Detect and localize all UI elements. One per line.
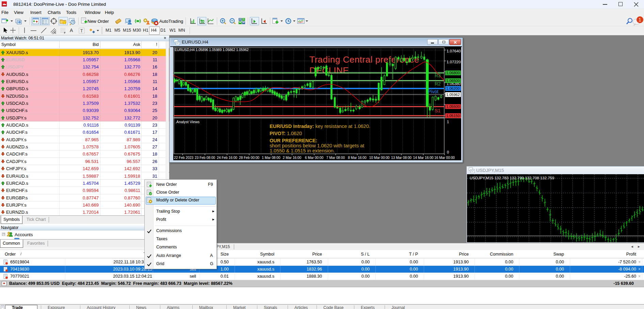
svg-text:Trading Central preference: Trading Central preference bbox=[309, 54, 419, 65]
svg-text:1.0550 & 1.0515 in extension.: 1.0550 & 1.0515 in extension. bbox=[270, 148, 335, 153]
svg-text:8 Mar 16:00: 8 Mar 16:00 bbox=[348, 156, 367, 160]
svg-text:.Analyst Views: .Analyst Views bbox=[175, 120, 200, 124]
svg-text:S1: S1 bbox=[435, 108, 440, 113]
svg-text:1.07220: 1.07220 bbox=[447, 60, 461, 64]
svg-text:F: F bbox=[64, 31, 66, 34]
svg-text:2 Mar 16:00: 2 Mar 16:00 bbox=[283, 156, 302, 160]
svg-text:14 Mar 16:00: 14 Mar 16:00 bbox=[413, 156, 433, 160]
svg-text:1: 1 bbox=[447, 120, 449, 124]
svg-text:0: 0 bbox=[447, 150, 449, 154]
svg-text:T: T bbox=[80, 29, 83, 33]
svg-text:6 Mar 00:00: 6 Mar 00:00 bbox=[305, 156, 324, 160]
svg-text:EURUSD,H4 1.05896 1.05989 1.0: EURUSD,H4 1.05896 1.05989 1.05862 1.0596… bbox=[175, 48, 249, 52]
svg-text:23 Feb 08:00: 23 Feb 08:00 bbox=[195, 156, 215, 160]
svg-text:1.07640: 1.07640 bbox=[447, 49, 461, 53]
svg-text:1: 1 bbox=[639, 17, 641, 22]
svg-text:R2: R2 bbox=[435, 81, 441, 86]
svg-text:1 Mar 08:00: 1 Mar 08:00 bbox=[262, 156, 280, 160]
svg-text:USDJPY,M15 132.783 132.799 13: USDJPY,M15 132.783 132.799 132.708 132.7… bbox=[470, 176, 554, 180]
svg-text:E: E bbox=[54, 31, 56, 34]
svg-text:1.06500: 1.06500 bbox=[446, 79, 460, 83]
svg-text:1.06800: 1.06800 bbox=[446, 71, 460, 75]
svg-text:1.05150: 1.05150 bbox=[446, 114, 460, 118]
svg-text:1.06200: 1.06200 bbox=[446, 86, 460, 91]
svg-text:24 Feb 16:00: 24 Feb 16:00 bbox=[217, 156, 237, 160]
svg-text:16 Mar 00:00: 16 Mar 00:00 bbox=[434, 156, 455, 160]
svg-text:Pivot: Pivot bbox=[428, 89, 438, 94]
svg-text:OUR PREFERENCE:: OUR PREFERENCE: bbox=[270, 138, 317, 143]
svg-text:1.05500: 1.05500 bbox=[446, 104, 460, 109]
svg-text:28 Feb 00:00: 28 Feb 00:00 bbox=[239, 156, 259, 160]
svg-text:7 Mar 08:00: 7 Mar 08:00 bbox=[326, 156, 345, 160]
svg-text:13 Mar 08:00: 13 Mar 08:00 bbox=[391, 156, 412, 160]
svg-text:R3: R3 bbox=[435, 73, 441, 78]
svg-text:PIVOT: 1.0620: PIVOT: 1.0620 bbox=[270, 131, 302, 136]
svg-text:EUR/USD Intraday: key resista: EUR/USD Intraday: key resistance at 1.06… bbox=[270, 124, 370, 129]
svg-text:22 Feb 2023: 22 Feb 2023 bbox=[174, 156, 194, 160]
svg-text:short positions below 1.0620 w: short positions below 1.0620 with target… bbox=[270, 143, 364, 148]
svg-text:1.05962: 1.05962 bbox=[446, 93, 460, 97]
svg-text:10 Mar 00:00: 10 Mar 00:00 bbox=[369, 156, 389, 160]
